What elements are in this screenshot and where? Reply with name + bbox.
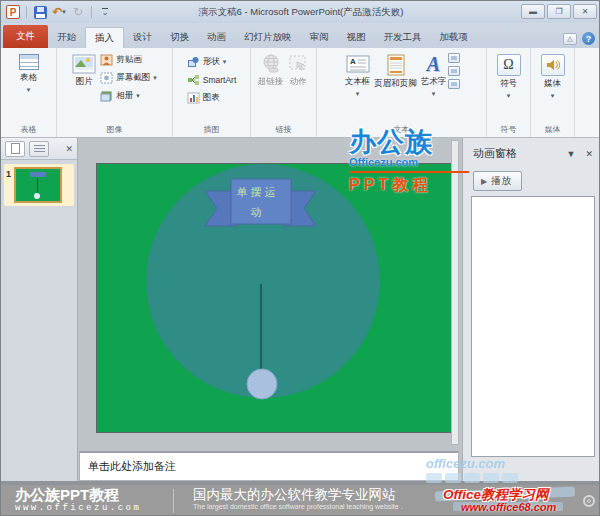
animation-pane: 动画窗格 ▼ ✕ ▶ 播放 (462, 138, 600, 481)
tab-slides-thumbnails[interactable] (5, 141, 25, 157)
screenshot-button[interactable]: 屏幕截图 (98, 69, 159, 86)
banner-line-2: 动 (205, 202, 310, 222)
tab-home[interactable]: 开始 (48, 27, 85, 48)
hyperlink-button[interactable]: 超链接 (256, 51, 286, 91)
action-button[interactable]: 动作 (285, 51, 311, 91)
smartart-icon (187, 74, 200, 86)
save-button[interactable] (32, 4, 48, 20)
action-label: 动作 (290, 76, 307, 88)
shapes-icon (187, 56, 200, 68)
wordart-button[interactable]: A 艺术字 (419, 51, 449, 101)
tab-transitions[interactable]: 切换 (161, 27, 198, 48)
footer-divider (173, 489, 174, 513)
footer-slogan: 国内最大的办公软件教学专业网站 (193, 487, 403, 503)
textbox-icon: A (346, 54, 370, 74)
thumb-pendulum-bob (34, 193, 40, 199)
chart-button[interactable]: 图表 (185, 89, 239, 106)
hyperlink-icon (260, 54, 282, 74)
app-button[interactable]: P (5, 4, 21, 20)
action-icon (287, 54, 309, 74)
divider (91, 6, 92, 18)
group-illustrations: 形状 SmartArt 图表 插图 (173, 48, 251, 137)
animation-pane-title: 动画窗格 (473, 146, 517, 161)
header-footer-button[interactable]: 页眉和页脚 (372, 51, 419, 93)
tab-file[interactable]: 文件 (3, 25, 48, 48)
table-icon (19, 54, 39, 70)
divider (26, 6, 27, 18)
smartart-label: SmartArt (203, 75, 237, 85)
close-pane-icon[interactable]: ✕ (65, 144, 73, 154)
chart-icon (187, 92, 200, 104)
play-button[interactable]: ▶ 播放 (473, 171, 522, 191)
banner-line-1: 单摆运 (205, 182, 310, 202)
clipart-button[interactable]: 剪贴画 (98, 51, 159, 68)
group-label-illustrations: 插图 (173, 124, 250, 135)
footer-office68-url: www.office68.com (461, 501, 556, 513)
group-label-symbols: 符号 (487, 124, 530, 135)
title-bar: P ↶▾ ↻ ⌄ 演示文稿6 - Microsoft PowerPoint(产品… (1, 1, 600, 23)
slide-canvas[interactable]: 单摆运 动 (96, 163, 456, 433)
editor-vertical-scrollbar[interactable] (451, 140, 459, 445)
picture-button-label: 图片 (76, 76, 93, 88)
tab-view[interactable]: 视图 (338, 27, 375, 48)
powerpoint-window: P ↶▾ ↻ ⌄ 演示文稿6 - Microsoft PowerPoint(产品… (0, 0, 600, 516)
banner-title-text[interactable]: 单摆运 动 (205, 182, 310, 222)
slides-pane: ✕ 1 (1, 138, 78, 481)
undo-button[interactable]: ↶▾ (51, 4, 67, 20)
slide-thumbnail-image (14, 167, 62, 203)
shapes-button[interactable]: 形状 (185, 53, 239, 70)
photo-album-button[interactable]: 相册 (98, 87, 159, 104)
ribbon-tab-bar: 文件 开始 插入 设计 切换 动画 幻灯片放映 审阅 视图 开发工具 加载项 △… (1, 23, 600, 48)
slide-editor: 单摆运 动 单击此处添加备注 (79, 138, 459, 481)
media-label: 媒体 (544, 78, 561, 90)
redo-button[interactable]: ↻ (70, 4, 86, 20)
header-footer-icon (386, 54, 406, 76)
smartart-button[interactable]: SmartArt (185, 71, 239, 88)
date-time-button[interactable] (448, 53, 460, 63)
notes-pane[interactable]: 单击此处添加备注 (79, 451, 459, 481)
insert-object-button[interactable] (448, 79, 460, 89)
slide-number-button[interactable] (448, 66, 460, 76)
picture-icon (72, 54, 96, 74)
wordart-label: 艺术字 (421, 76, 447, 88)
symbol-button[interactable]: Ω 符号 (495, 51, 523, 103)
tab-outline[interactable] (29, 141, 49, 157)
clipart-label: 剪贴画 (116, 54, 142, 66)
textbox-label: 文本框 (345, 76, 371, 88)
footer-banner: 办公族PPT教程 www.officezu.com 国内最大的办公软件教学专业网… (1, 485, 600, 516)
customize-qat-button[interactable]: ⌄ (97, 4, 113, 20)
quick-access-toolbar: P ↶▾ ↻ ⌄ (1, 4, 113, 20)
tab-animations[interactable]: 动画 (198, 27, 235, 48)
restore-button[interactable]: ❐ (547, 4, 571, 19)
save-icon (34, 6, 47, 19)
pane-menu-icon[interactable]: ▼ (567, 149, 576, 159)
picture-button[interactable]: 图片 (70, 51, 98, 91)
tab-developer[interactable]: 开发工具 (375, 27, 431, 48)
group-text: A 文本框 页眉和页脚 A 艺术字 文本 (317, 48, 487, 137)
pendulum-bob-shape[interactable] (247, 369, 277, 399)
help-button[interactable]: ? (582, 32, 595, 45)
workspace: ✕ 1 (1, 138, 600, 485)
slide-thumbnail-1[interactable]: 1 (4, 164, 74, 206)
clipart-icon (100, 54, 113, 66)
minimize-button[interactable]: ▬ (521, 4, 545, 19)
group-symbols: Ω 符号 符号 (487, 48, 531, 137)
tab-addins[interactable]: 加载项 (431, 27, 478, 48)
table-button[interactable]: 表格 (17, 51, 41, 97)
tab-slideshow[interactable]: 幻灯片放映 (235, 27, 301, 48)
animation-list[interactable] (471, 196, 595, 457)
close-button[interactable]: ✕ (573, 4, 597, 19)
undo-icon: ↶ (52, 5, 62, 19)
notes-placeholder: 单击此处添加备注 (88, 459, 176, 474)
collapse-ribbon-button[interactable]: △ (563, 33, 577, 45)
photo-album-icon (100, 90, 113, 102)
tab-review[interactable]: 审阅 (301, 27, 338, 48)
slide-number: 1 (6, 167, 11, 179)
tab-design[interactable]: 设计 (124, 27, 161, 48)
group-media: 媒体 媒体 (531, 48, 575, 137)
media-button[interactable]: 媒体 (539, 51, 567, 103)
chart-label: 图表 (203, 92, 220, 104)
pane-close-icon[interactable]: ✕ (585, 149, 593, 159)
tab-insert[interactable]: 插入 (85, 27, 124, 48)
textbox-button[interactable]: A 文本框 (343, 51, 373, 101)
